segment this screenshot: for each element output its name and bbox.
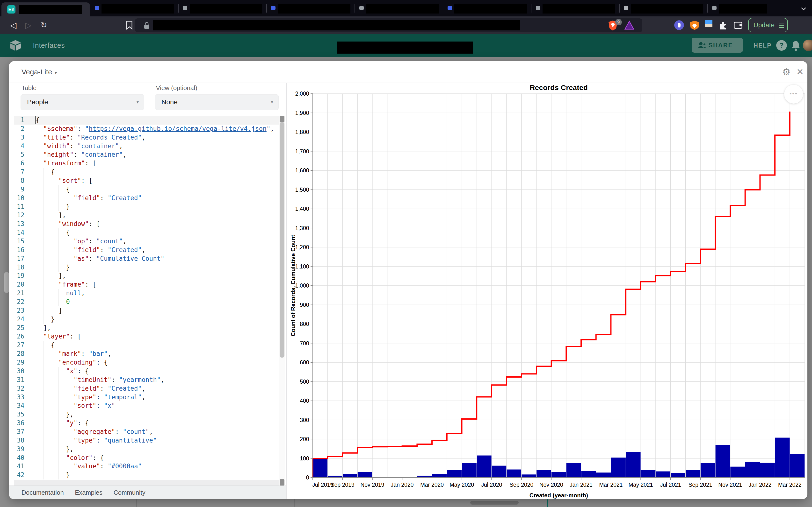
code-line[interactable]: 14 { [14,228,280,237]
code-line[interactable]: 39 }, [14,445,280,454]
editor-vertical-scrollbar[interactable] [279,116,285,486]
code-line[interactable]: 6 "transform": [ [14,159,280,168]
code-line[interactable]: 10 "field": "Created" [14,194,280,203]
code-line[interactable]: 29 "encoding": { [14,358,280,367]
code-line[interactable]: 7 { [14,168,280,176]
redacted-tab-title[interactable] [366,4,439,13]
scrollbar-thumb[interactable] [280,122,285,357]
code-line[interactable]: 37 "aggregate": "count", [14,428,280,436]
chevron-down-icon: ▾ [271,95,273,110]
browser-tab-active[interactable]: En [1,2,90,16]
page-horizontal-scrollbar[interactable] [470,501,519,505]
code-line[interactable]: 5 "height": "container", [14,151,280,159]
code-line[interactable]: 34 "sort": "x" [14,401,280,410]
tab-separator [443,4,443,12]
redacted-tab-title[interactable] [101,4,174,13]
app-logo-icon[interactable] [9,39,22,52]
code-line[interactable]: 30 "x": { [14,367,280,376]
code-line[interactable]: 32 "field": "Created", [14,384,280,393]
tab-favicon: En [7,5,15,13]
extension-wallet-purple-icon[interactable] [674,20,684,30]
code-line[interactable]: 17 "as": "Cumulative Count" [14,255,280,263]
code-line[interactable]: 20 "frame": [ [14,280,280,289]
code-line[interactable]: 24 } [14,315,280,324]
pixel-avatar-extension-icon[interactable] [705,20,712,30]
user-avatar[interactable] [803,40,812,51]
code-line[interactable]: 2 "$schema": "https://vega.github.io/sch… [14,125,280,133]
code-line[interactable]: 22 0 [14,298,280,306]
forward-button[interactable]: ▷ [25,16,32,34]
view-select[interactable]: None ▾ [155,95,278,110]
redacted-tab-title[interactable] [631,4,703,13]
browser-update-button[interactable]: Update [748,18,788,32]
share-button[interactable]: SHARE [692,38,743,53]
extensions-puzzle-icon[interactable] [718,20,728,30]
svg-text:1,400: 1,400 [295,206,309,212]
code-line[interactable]: 1 { [14,116,280,125]
close-icon[interactable]: × [797,61,803,83]
code-line[interactable]: 23 ] [14,306,280,315]
back-button[interactable]: ◁ [10,16,16,34]
code-line[interactable]: 16 "field": "Created", [14,246,280,255]
redacted-tab-title[interactable] [454,4,527,13]
tab-favicon [624,6,628,10]
code-line[interactable]: 18 } [14,263,280,272]
footer-link-community[interactable]: Community [114,489,145,496]
redacted-tab-title[interactable] [190,4,262,13]
svg-text:300: 300 [300,417,309,423]
mode-dropdown[interactable]: Vega-Lite▾ [21,61,57,83]
code-line[interactable]: 36 "y": { [14,419,280,428]
code-line[interactable]: 8 "sort": [ [14,176,280,185]
table-select[interactable]: People ▾ [20,95,144,110]
code-line[interactable]: 21 null, [14,289,280,298]
notifications-bell-icon[interactable] [791,40,801,51]
help-question-icon[interactable]: ? [776,40,787,51]
footer-link-examples[interactable]: Examples [75,489,102,496]
code-line[interactable]: 40 "color": { [14,454,280,462]
svg-text:1,700: 1,700 [295,148,309,155]
tab-search-chevron-icon[interactable] [802,6,806,10]
code-line[interactable]: 38 "type": "quantitative" [14,436,280,445]
breadcrumb[interactable]: Interfaces [33,34,65,57]
footer-link-documentation[interactable]: Documentation [21,489,64,496]
code-line[interactable]: 11 } [14,203,280,211]
code-editor[interactable]: 1 { 2 "$schema": "https://vega.github.io… [14,116,280,480]
code-line[interactable]: 27 { [14,341,280,350]
bookmark-icon[interactable] [126,21,133,30]
line-number: 29 [14,358,24,367]
code-line[interactable]: 28 "mark": "bar", [14,350,280,358]
code-line[interactable]: 13 "window": [ [14,220,280,228]
code-line[interactable]: 41 "value": "#0000aa" [14,462,280,471]
url-bar[interactable] [135,18,642,32]
settings-gear-icon[interactable]: ⚙ [782,61,791,83]
help-button[interactable]: HELP [754,34,772,57]
code-line[interactable]: 15 "op": "count", [14,237,280,246]
code-line[interactable]: 19 ], [14,272,280,280]
code-line[interactable]: 25 ], [14,324,280,332]
chart-menu-button[interactable]: ••• [784,85,803,104]
line-number: 27 [14,341,24,350]
browser-menu-icon[interactable] [779,23,784,29]
redacted-tab-title[interactable] [543,4,615,13]
code-line[interactable]: 31 "timeUnit": "yearmonth", [14,376,280,384]
wallet-icon[interactable] [733,20,743,30]
metamask-fox-icon[interactable] [689,20,700,31]
brave-rewards-icon[interactable] [624,20,634,30]
svg-text:1,000: 1,000 [295,282,309,289]
code-line[interactable]: 35 }, [14,410,280,419]
line-number: 28 [14,350,24,358]
redacted-tab-title[interactable] [719,4,767,13]
code-line[interactable]: 4 "width": "container", [14,142,280,151]
sidebar-collapse-handle[interactable] [4,272,9,293]
code-line[interactable]: 26 "layer": [ [14,332,280,341]
code-line[interactable]: 42 } [14,471,280,480]
code-line[interactable]: 12 ], [14,211,280,220]
reload-button[interactable]: ↻ [41,16,47,34]
redacted-tab-title[interactable] [278,4,350,13]
code-line[interactable]: 9 { [14,185,280,194]
code-line[interactable]: 3 "title": "Records Created", [14,133,280,142]
code-line[interactable]: 33 "type": "temporal", [14,393,280,402]
editor-horizontal-scrollbar[interactable] [14,480,279,486]
line-number: 36 [14,419,24,428]
line-number: 11 [14,203,24,211]
